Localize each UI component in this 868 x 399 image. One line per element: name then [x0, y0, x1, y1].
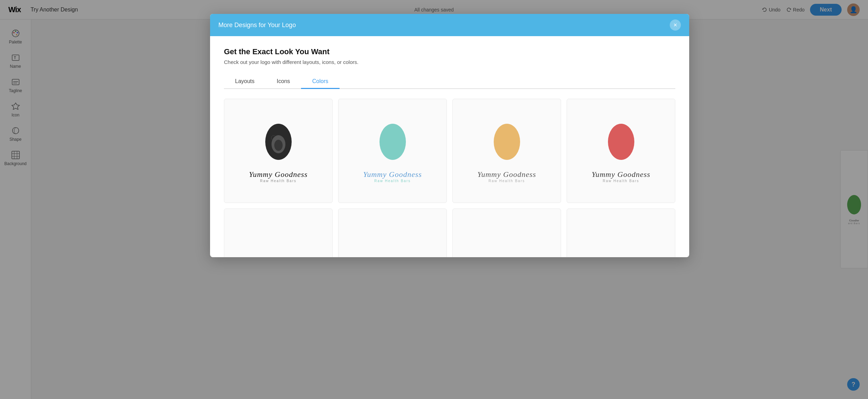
logo-content-black: Yummy Goodness Raw Health Bars [249, 119, 308, 183]
svg-point-20 [494, 124, 520, 160]
logo-card-red[interactable]: Yummy Goodness Raw Health Bars [567, 99, 675, 203]
tab-layouts[interactable]: Layouts [224, 75, 266, 89]
modal: More Designs for Your Logo × Get the Exa… [210, 14, 689, 257]
logo-card-black[interactable]: Yummy Goodness Raw Health Bars [224, 99, 333, 203]
overlay: More Designs for Your Logo × Get the Exa… [0, 0, 868, 399]
logo-content-red: Yummy Goodness Raw Health Bars [592, 119, 650, 183]
logo-shape-black [258, 119, 299, 168]
modal-body: Get the Exact Look You Want Check out yo… [210, 36, 689, 257]
logo-card-empty-2[interactable] [338, 209, 447, 257]
logo-shape-gold [486, 119, 528, 168]
modal-subtext: Check out your logo with different layou… [224, 59, 675, 65]
logo-card-empty-4[interactable] [567, 209, 675, 257]
logo-grid: Yummy Goodness Raw Health Bars [224, 99, 675, 257]
tab-icons[interactable]: Icons [266, 75, 301, 89]
modal-container: More Designs for Your Logo × Get the Exa… [31, 0, 868, 399]
svg-point-19 [379, 124, 406, 160]
logo-card-teal[interactable]: Yummy Goodness Raw Health Bars [338, 99, 447, 203]
svg-point-21 [608, 124, 634, 160]
svg-point-18 [274, 140, 283, 151]
logo-text-black: Yummy Goodness Raw Health Bars [249, 170, 308, 183]
logo-card-empty-3[interactable] [452, 209, 561, 257]
modal-headline: Get the Exact Look You Want [224, 47, 675, 56]
logo-text-teal: Yummy Goodness Raw Health Bars [363, 170, 422, 183]
modal-header-title: More Designs for Your Logo [218, 22, 296, 29]
logo-content-gold: Yummy Goodness Raw Health Bars [477, 119, 536, 183]
logo-shape-red [600, 119, 642, 168]
logo-text-gold: Yummy Goodness Raw Health Bars [477, 170, 536, 183]
tab-colors[interactable]: Colors [301, 75, 339, 89]
logo-shape-teal [372, 119, 414, 168]
modal-header: More Designs for Your Logo × [210, 14, 689, 36]
logo-card-gold[interactable]: Yummy Goodness Raw Health Bars [452, 99, 561, 203]
logo-text-red: Yummy Goodness Raw Health Bars [592, 170, 650, 183]
tabs: Layouts Icons Colors [224, 75, 675, 89]
modal-close-button[interactable]: × [670, 19, 681, 31]
logo-card-empty-1[interactable] [224, 209, 333, 257]
logo-content-teal: Yummy Goodness Raw Health Bars [363, 119, 422, 183]
